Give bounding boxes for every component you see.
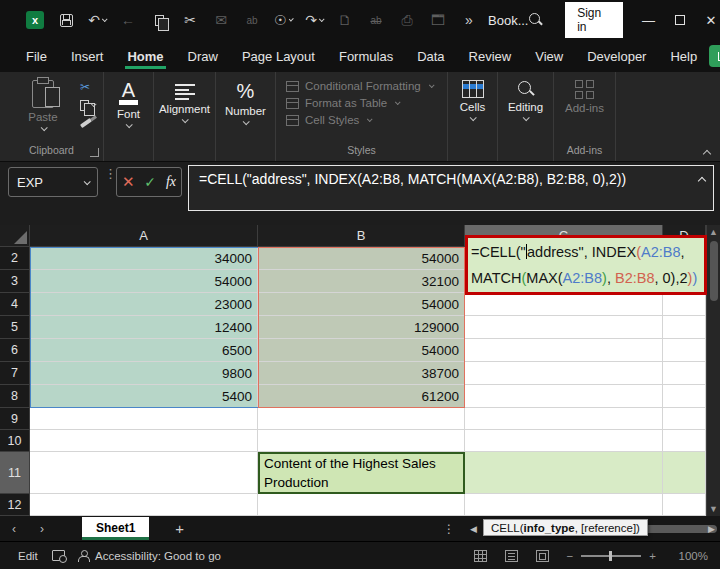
cell-b6[interactable]: 54000 (258, 339, 465, 362)
cell-d10[interactable] (663, 430, 706, 452)
next-sheet-icon[interactable]: › (28, 522, 56, 536)
touch-mode-icon[interactable]: ☉ (274, 11, 292, 29)
row-header-7[interactable]: 7 (0, 362, 30, 385)
vertical-scroll-thumb[interactable] (710, 241, 718, 301)
row-header-11[interactable]: 11 (0, 452, 30, 494)
cell-c12[interactable] (465, 494, 663, 516)
cancel-icon[interactable]: ✕ (122, 173, 135, 191)
prev-sheet-icon[interactable]: ‹ (0, 522, 28, 536)
column-header-a[interactable]: A (30, 225, 258, 247)
format-painter-icon[interactable] (80, 116, 96, 130)
cell-a2[interactable]: 34000 (30, 247, 258, 270)
zoom-slider[interactable] (581, 555, 641, 557)
sheet-options-icon[interactable]: ⋮ (443, 522, 465, 536)
cell-b9[interactable] (258, 408, 465, 430)
scroll-right-icon[interactable]: ▶ (703, 524, 720, 534)
cell-b3[interactable]: 32100 (258, 270, 465, 293)
collapse-formula-bar-icon[interactable] (698, 177, 706, 185)
number-menu-button[interactable]: % Number (217, 78, 275, 125)
cell-a10[interactable] (30, 430, 258, 452)
cell-d7[interactable] (663, 362, 706, 385)
cell-a4[interactable]: 23000 (30, 293, 258, 316)
cells-menu-button[interactable]: Cells (449, 78, 497, 121)
row-header-4[interactable]: 4 (0, 293, 30, 316)
cell-a8[interactable]: 5400 (30, 385, 258, 408)
scroll-up-icon[interactable]: ▲ (707, 225, 720, 239)
tab-home[interactable]: Home (115, 43, 175, 70)
cell-a6[interactable]: 6500 (30, 339, 258, 362)
scroll-left-icon[interactable]: ◀ (465, 524, 482, 534)
cell-b7[interactable]: 38700 (258, 362, 465, 385)
column-header-b[interactable]: B (258, 225, 465, 247)
undo-icon[interactable]: ↶ (88, 11, 106, 29)
page-break-view-icon[interactable] (536, 550, 549, 562)
cell-d12[interactable] (663, 494, 706, 516)
cell-d8[interactable] (663, 385, 706, 408)
cell-b12[interactable] (258, 494, 465, 516)
tab-draw[interactable]: Draw (176, 43, 230, 70)
cell-c4[interactable] (465, 293, 663, 316)
normal-view-icon[interactable] (474, 550, 487, 562)
cell-a12[interactable] (30, 494, 258, 516)
row-header-3[interactable]: 3 (0, 270, 30, 293)
cell-c6[interactable] (465, 339, 663, 362)
cell-c8[interactable] (465, 385, 663, 408)
cell-c10[interactable] (465, 430, 663, 452)
zoom-in-icon[interactable]: + (649, 550, 656, 562)
conditional-formatting-button[interactable]: Conditional Formatting (286, 80, 433, 92)
clipboard-dialog-launcher-icon[interactable] (90, 148, 99, 157)
row-header-5[interactable]: 5 (0, 316, 30, 339)
cell-d9[interactable] (663, 408, 706, 430)
zoom-out-icon[interactable]: − (567, 550, 574, 562)
maximize-button[interactable] (664, 0, 695, 40)
cell-editor-c11[interactable]: =CELL("address", INDEX(A2:B8, MATCH(MAX(… (465, 235, 707, 295)
tab-insert[interactable]: Insert (59, 43, 116, 70)
cell-styles-button[interactable]: Cell Styles (286, 114, 433, 126)
cell-b8[interactable]: 61200 (258, 385, 465, 408)
tab-review[interactable]: Review (457, 43, 524, 70)
name-box[interactable]: EXP (8, 167, 98, 197)
cell-c11[interactable] (465, 452, 663, 494)
zoom-slider-thumb[interactable] (609, 551, 612, 561)
row-header-12[interactable]: 12 (0, 494, 30, 516)
minimize-button[interactable]: — (633, 0, 664, 40)
select-all-corner[interactable] (0, 225, 30, 247)
cell-a9[interactable] (30, 408, 258, 430)
collapse-ribbon-icon[interactable] (703, 150, 711, 158)
sign-in-button[interactable]: Sign in (565, 2, 623, 38)
macro-record-icon[interactable] (52, 550, 65, 561)
cell-d4[interactable] (663, 293, 706, 316)
accessibility-status[interactable]: Accessibility: Good to go (95, 550, 221, 562)
cell-b4[interactable]: 54000 (258, 293, 465, 316)
redo-icon[interactable]: ↷ (305, 11, 323, 29)
row-header-2[interactable]: 2 (0, 247, 30, 270)
tab-help[interactable]: Help (658, 43, 709, 70)
zoom-level[interactable]: 100% (674, 550, 708, 562)
cell-a5[interactable]: 12400 (30, 316, 258, 339)
sheet-tab-sheet1[interactable]: Sheet1 (82, 517, 149, 540)
share-button[interactable]: Share (709, 45, 720, 67)
close-button[interactable]: ✕ (695, 0, 720, 40)
search-icon[interactable] (528, 12, 543, 28)
formula-input[interactable]: =CELL("address", INDEX(A2:B8, MATCH(MAX(… (188, 165, 714, 211)
alignment-menu-button[interactable]: Alignment (155, 78, 215, 123)
cell-b10[interactable] (258, 430, 465, 452)
format-as-table-button[interactable]: Format as Table (286, 97, 433, 109)
cell-c9[interactable] (465, 408, 663, 430)
cell-b5[interactable]: 129000 (258, 316, 465, 339)
editing-menu-button[interactable]: Editing (499, 78, 553, 121)
add-sheet-icon[interactable]: + (149, 520, 210, 537)
cell-d5[interactable] (663, 316, 706, 339)
document-title[interactable]: Book... (488, 13, 528, 28)
cell-d11[interactable] (663, 452, 706, 494)
row-header-9[interactable]: 9 (0, 408, 30, 430)
cell-c5[interactable] (465, 316, 663, 339)
tab-page-layout[interactable]: Page Layout (230, 43, 327, 70)
copy-icon[interactable] (80, 98, 96, 112)
addins-button[interactable]: Add-ins (556, 78, 614, 114)
cell-b11[interactable]: Content of the Highest Sales Production (258, 452, 465, 494)
cell-a7[interactable]: 9800 (30, 362, 258, 385)
row-header-8[interactable]: 8 (0, 385, 30, 408)
insert-function-icon[interactable]: fx (166, 174, 176, 190)
row-header-6[interactable]: 6 (0, 339, 30, 362)
